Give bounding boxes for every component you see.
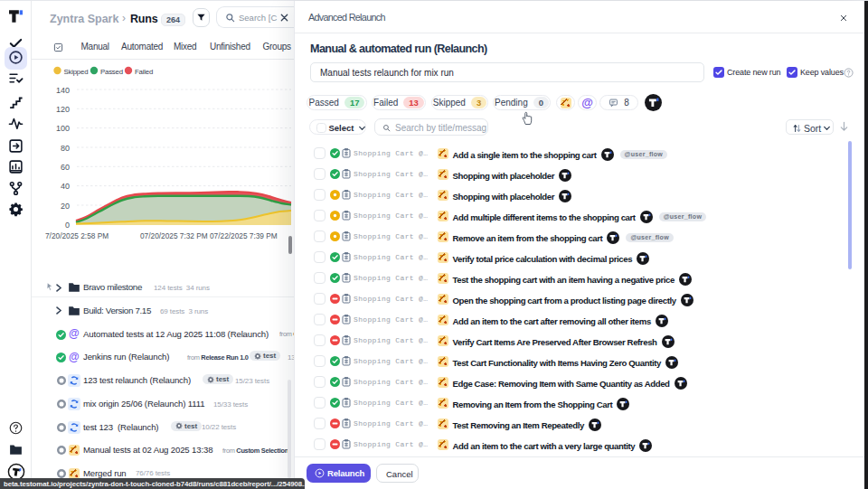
svg-text:40: 40 [61,182,70,191]
svg-text:07/22/2025 7:39 PM: 07/22/2025 7:39 PM [210,231,278,240]
svg-text:120: 120 [56,105,70,114]
svg-text:60: 60 [61,163,70,172]
svg-text:Passed: Passed [100,68,123,76]
svg-text:140: 140 [56,86,70,95]
svg-text:Failed: Failed [135,68,153,76]
svg-text:20: 20 [61,202,70,211]
svg-text:100: 100 [56,124,70,133]
svg-text:Skipped: Skipped [64,68,89,76]
svg-text:7/20/2025 2:58 PM: 7/20/2025 2:58 PM [45,231,108,240]
svg-text:07/20/2025 7:32 PM: 07/20/2025 7:32 PM [140,231,208,240]
svg-text:80: 80 [61,144,70,153]
svg-text:0: 0 [65,221,70,230]
